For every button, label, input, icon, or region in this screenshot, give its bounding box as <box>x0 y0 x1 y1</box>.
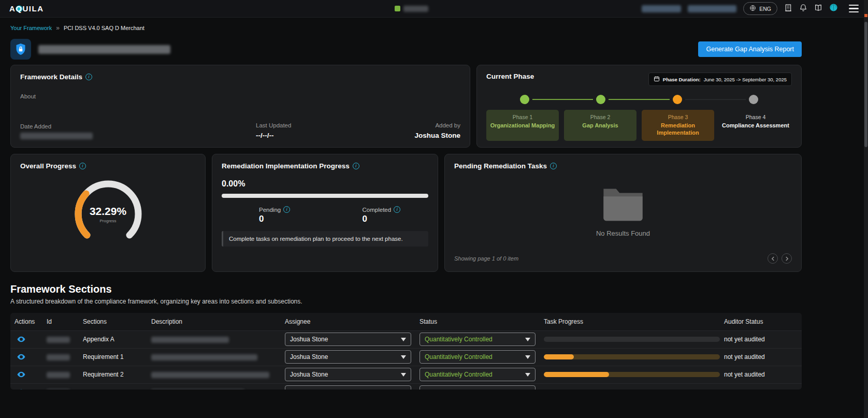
status-select[interactable]: Quantitatively Controlled <box>419 368 536 381</box>
main-content: Your Framework » PCI DSS V4.0 SAQ D Merc… <box>10 24 802 390</box>
knowledge-base-button[interactable] <box>814 4 822 14</box>
folder-icon <box>601 186 645 224</box>
brand-q-dot: Q <box>16 4 22 13</box>
scrollbar-marker <box>864 14 867 17</box>
view-section-button[interactable] <box>15 334 28 345</box>
phase-duration-label: Phase Duration: <box>663 77 701 82</box>
current-phase-title: Current Phase <box>486 73 534 80</box>
view-section-button[interactable] <box>15 351 28 363</box>
framework-sections-table: Actions Id Sections Description Assignee… <box>10 313 802 390</box>
book-icon <box>814 4 822 14</box>
table-row: Appendix A Joshua Stone Quantitatively C… <box>10 330 802 348</box>
overall-progress-gauge: 32.29% Progress <box>69 175 147 253</box>
added-by-label: Added by <box>435 122 460 128</box>
table-row: Requirement 1 Joshua Stone Quantitativel… <box>10 348 802 366</box>
assignee-select[interactable]: Joshua Stone <box>285 368 411 381</box>
col-sections: Sections <box>79 313 147 330</box>
organization-button[interactable] <box>784 4 792 14</box>
table-header-row: Actions Id Sections Description Assignee… <box>10 313 802 330</box>
vertical-scrollbar <box>864 0 868 418</box>
building-icon <box>784 4 792 14</box>
framework-details-card: Framework Details About Date Added Last … <box>10 65 470 148</box>
status-green-square <box>395 6 400 11</box>
breadcrumb-your-framework-link[interactable]: Your Framework <box>10 25 52 31</box>
info-icon[interactable] <box>394 206 400 213</box>
assignee-select-value: Joshua Stone <box>290 353 328 361</box>
pending-tasks-title: Pending Remediation Tasks <box>454 162 547 170</box>
redacted-id <box>47 372 70 378</box>
notifications-button[interactable] <box>799 4 807 14</box>
auditor-status: not yet audited <box>720 330 802 348</box>
stepper-connector <box>532 99 594 100</box>
redacted-page-title <box>38 45 170 54</box>
date-added-label: Date Added <box>20 123 93 129</box>
status-select[interactable]: Quantitatively Controlled <box>419 350 536 364</box>
redacted-text <box>642 5 681 12</box>
view-section-button[interactable] <box>15 386 28 390</box>
col-task-progress: Task Progress <box>540 313 720 330</box>
framework-sections-subtitle: A structured breakdown of the compliance… <box>10 298 802 305</box>
framework-details-title: Framework Details <box>20 73 82 81</box>
globe-cyan-icon <box>829 3 838 14</box>
globe-icon <box>749 5 756 12</box>
bell-icon <box>799 4 807 14</box>
brand-logo[interactable]: AQUILA <box>9 4 44 13</box>
assignee-select[interactable]: Joshua Stone <box>285 350 411 364</box>
status-select-value: Quantitatively Controlled <box>425 353 493 361</box>
chevron-down-icon <box>525 373 530 377</box>
phase-stepper <box>486 94 792 105</box>
col-description: Description <box>147 313 281 330</box>
section-name: Requirement 1 <box>79 348 147 366</box>
calendar-icon <box>654 76 660 83</box>
hamburger-menu-button[interactable] <box>849 5 859 12</box>
language-selector[interactable]: ENG <box>743 2 777 15</box>
page-header: Generate Gap Analysis Report <box>10 39 802 60</box>
redacted-id <box>47 337 70 343</box>
breadcrumb: Your Framework » PCI DSS V4.0 SAQ D Merc… <box>10 24 802 32</box>
completed-value: 0 <box>363 214 429 224</box>
remediation-note: Complete tasks on remediation plan to pr… <box>222 231 428 247</box>
table-row-partial <box>10 383 802 390</box>
info-icon[interactable] <box>283 206 290 213</box>
paging-text: Showing page 1 of 0 item <box>454 255 518 262</box>
section-name: Appendix A <box>79 330 147 348</box>
stepper-connector <box>685 99 746 100</box>
scrollbar-thumb[interactable] <box>864 22 867 147</box>
menu-icon <box>849 5 859 6</box>
col-assignee: Assignee <box>281 313 415 330</box>
assignee-select[interactable]: Joshua Stone <box>285 333 411 346</box>
global-app-button[interactable] <box>829 3 838 14</box>
remediation-progress-value: 0.00% <box>222 179 428 189</box>
phase-duration-badge: Phase Duration: June 30, 2025 -> Septemb… <box>648 73 792 86</box>
empty-state: No Results Found <box>454 170 792 253</box>
last-updated-value: --/--/-- <box>256 132 291 139</box>
framework-sections-title: Framework Sections <box>10 283 802 295</box>
brand-text: A <box>9 4 16 13</box>
redacted-text <box>403 6 428 12</box>
assignee-select-value: Joshua Stone <box>290 336 328 343</box>
phase-grid: Phase 1 Organizational Mapping Phase 2 G… <box>486 110 792 141</box>
info-icon[interactable] <box>550 163 557 169</box>
pagination-next-button[interactable] <box>782 253 792 264</box>
overall-progress-title: Overall Progress <box>20 162 76 170</box>
view-section-button[interactable] <box>15 369 28 380</box>
phase-2-dot <box>596 95 605 104</box>
redacted-description <box>151 354 257 361</box>
status-select[interactable] <box>419 385 536 390</box>
framework-shield-icon <box>10 39 31 60</box>
pagination-prev-button[interactable] <box>768 253 778 264</box>
about-label: About <box>20 93 460 99</box>
status-select-value: Quantitatively Controlled <box>425 371 493 378</box>
info-icon[interactable] <box>79 163 86 169</box>
status-select[interactable]: Quantitatively Controlled <box>419 333 536 346</box>
assignee-select[interactable] <box>285 385 411 390</box>
chevron-down-icon <box>401 338 406 341</box>
language-label: ENG <box>759 6 771 12</box>
chevron-down-icon <box>525 355 530 359</box>
info-icon[interactable] <box>85 74 92 80</box>
task-progress-bar <box>544 354 720 359</box>
generate-gap-analysis-report-button[interactable]: Generate Gap Analysis Report <box>698 41 802 57</box>
phase-1-box: Phase 1 Organizational Mapping <box>486 110 559 141</box>
brand-text-rest: UILA <box>23 4 44 13</box>
info-icon[interactable] <box>353 163 359 169</box>
